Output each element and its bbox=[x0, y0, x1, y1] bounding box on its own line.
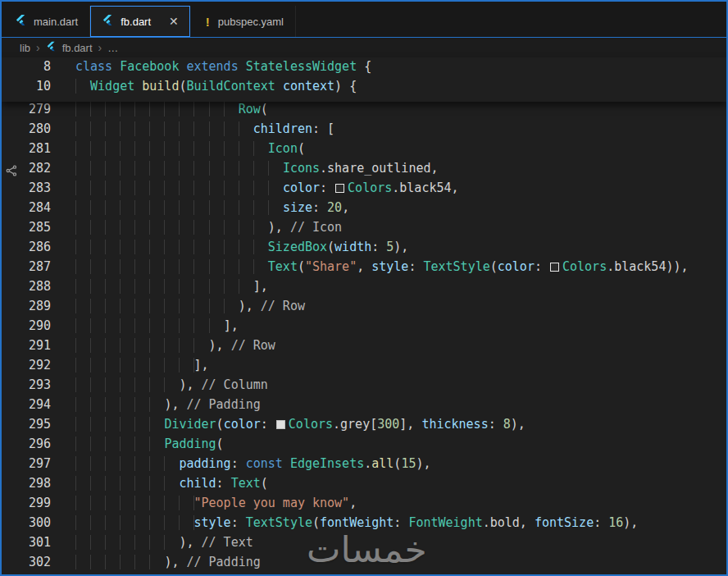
code-line[interactable]: 284 size: 20, bbox=[2, 200, 726, 220]
code-line[interactable]: 287 Text("Share", style: TextStyle(color… bbox=[2, 259, 726, 279]
code-line[interactable]: 279 Row( bbox=[2, 102, 726, 121]
line-number[interactable]: 286 bbox=[21, 240, 51, 259]
line-number[interactable]: 279 bbox=[21, 102, 51, 121]
line-number[interactable]: 294 bbox=[21, 397, 51, 417]
line-number[interactable]: 281 bbox=[21, 141, 51, 161]
line-number[interactable]: 10 bbox=[21, 79, 51, 98]
line-number[interactable]: 291 bbox=[21, 338, 51, 358]
code-token: 8 bbox=[503, 417, 511, 432]
code-text: children: [ bbox=[51, 121, 334, 141]
line-number[interactable]: 282 bbox=[21, 161, 51, 181]
code-text: class Facebook extends StatelessWidget { bbox=[51, 59, 371, 79]
code-line[interactable]: 280 children: [ bbox=[2, 121, 726, 141]
code-token: Padding bbox=[164, 437, 216, 451]
sticky-line[interactable]: 8class Facebook extends StatelessWidget … bbox=[2, 59, 726, 79]
line-number[interactable]: 283 bbox=[21, 181, 51, 200]
code-token: : bbox=[320, 181, 334, 195]
line-number[interactable]: 299 bbox=[21, 496, 51, 515]
code-token: : bbox=[312, 200, 327, 215]
gutter-glyph-margin bbox=[2, 240, 21, 259]
code-token: , bbox=[357, 259, 371, 274]
code-token: ( bbox=[298, 259, 305, 274]
line-number[interactable]: 289 bbox=[21, 299, 51, 318]
line-number[interactable]: 293 bbox=[21, 377, 51, 397]
gutter-glyph-margin bbox=[2, 59, 21, 79]
code-line[interactable]: 298 child: Text( bbox=[2, 476, 726, 496]
line-number[interactable]: 8 bbox=[21, 59, 51, 79]
code-token: SizedBox bbox=[268, 240, 327, 254]
code-line[interactable]: 290 ], bbox=[2, 318, 726, 338]
code-line[interactable]: 296 Padding( bbox=[2, 437, 726, 456]
code-text: SizedBox(width: 5), bbox=[51, 240, 408, 259]
line-number[interactable]: 288 bbox=[21, 279, 51, 299]
tab-main-dart[interactable]: main.dart bbox=[3, 6, 90, 37]
code-token: color bbox=[498, 259, 535, 274]
code-token bbox=[75, 397, 164, 412]
code-token bbox=[75, 141, 268, 156]
line-number[interactable]: 297 bbox=[21, 456, 51, 476]
line-number[interactable]: 296 bbox=[21, 437, 51, 456]
code-line[interactable]: 283 color: Colors.black54, bbox=[2, 181, 726, 200]
code-line[interactable]: 289 ), // Row bbox=[2, 299, 726, 318]
code-token: : bbox=[261, 417, 275, 432]
gutter-glyph-margin bbox=[2, 181, 21, 200]
line-number[interactable]: 285 bbox=[21, 220, 51, 240]
code-line[interactable]: 300 style: TextStyle(fontWeight: FontWei… bbox=[2, 515, 726, 535]
line-number[interactable]: 298 bbox=[21, 476, 51, 496]
code-line[interactable]: 299 "People you may know", bbox=[2, 496, 726, 515]
line-number[interactable]: 300 bbox=[21, 515, 51, 535]
code-editor[interactable]: 279 Row(280 children: [281 Icon(282 Icon… bbox=[2, 102, 726, 574]
tab-fb-dart[interactable]: fb.dart ✕ bbox=[90, 6, 190, 37]
code-line[interactable]: 282 Icons.share_outlined, bbox=[2, 161, 726, 181]
code-token: : bbox=[231, 515, 246, 530]
line-number[interactable]: 292 bbox=[21, 358, 51, 377]
color-swatch-dark[interactable] bbox=[550, 263, 559, 272]
code-line[interactable]: 301 ), // Text bbox=[2, 535, 726, 555]
code-token: ), bbox=[209, 338, 231, 353]
close-icon[interactable]: ✕ bbox=[169, 16, 179, 27]
line-number[interactable]: 280 bbox=[21, 121, 51, 141]
code-token: all bbox=[371, 456, 394, 471]
code-line[interactable]: 288 ], bbox=[2, 279, 726, 299]
code-token: : bbox=[535, 259, 549, 274]
color-swatch-grey[interactable] bbox=[276, 420, 285, 429]
code-line[interactable]: 297 padding: const EdgeInsets.all(15), bbox=[2, 456, 726, 476]
code-line[interactable]: 294 ), // Padding bbox=[2, 397, 726, 417]
line-number[interactable]: 302 bbox=[21, 555, 51, 574]
gutter-glyph-margin bbox=[2, 456, 21, 476]
code-line[interactable]: 293 ), // Column bbox=[2, 377, 726, 397]
code-line[interactable]: 285 ), // Icon bbox=[2, 220, 726, 240]
code-line[interactable]: 286 SizedBox(width: 5), bbox=[2, 240, 726, 259]
breadcrumb-item-lib[interactable]: lib bbox=[20, 42, 30, 54]
breadcrumb-item-file[interactable]: fb.dart bbox=[62, 42, 93, 54]
code-token: ( bbox=[216, 417, 224, 432]
line-number[interactable]: 287 bbox=[21, 259, 51, 279]
code-line[interactable]: 295 Divider(color: Colors.grey[300], thi… bbox=[2, 417, 726, 437]
line-number[interactable]: 290 bbox=[21, 318, 51, 338]
line-number[interactable]: 284 bbox=[21, 200, 51, 220]
tab-pubspec-yaml[interactable]: ! pubspec.yaml bbox=[193, 6, 296, 37]
code-line[interactable]: 291 ), // Row bbox=[2, 338, 726, 358]
code-token: "Share" bbox=[305, 259, 357, 274]
code-token: Icon bbox=[268, 141, 298, 156]
code-token bbox=[75, 358, 194, 373]
breadcrumb-item-ellipsis[interactable]: … bbox=[107, 42, 118, 54]
color-swatch-dark[interactable] bbox=[335, 184, 344, 193]
closing-label-comment: // Column bbox=[202, 377, 268, 392]
line-number[interactable]: 295 bbox=[21, 417, 51, 437]
code-token bbox=[75, 476, 179, 491]
code-text: ), // Padding bbox=[51, 555, 261, 574]
code-token: ), bbox=[416, 456, 430, 471]
sticky-line[interactable]: 10 Widget build(BuildContext context) { bbox=[2, 79, 726, 98]
code-line[interactable]: 302 ), // Padding bbox=[2, 555, 726, 574]
line-number[interactable]: 301 bbox=[21, 535, 51, 555]
gutter-glyph-margin bbox=[2, 496, 21, 515]
code-token bbox=[75, 279, 253, 294]
code-line[interactable]: 292 ], bbox=[2, 358, 726, 377]
share-gutter-icon[interactable] bbox=[2, 161, 21, 181]
code-token: ( bbox=[216, 437, 224, 451]
code-token bbox=[275, 79, 283, 94]
code-token: Facebook bbox=[120, 59, 179, 74]
code-line[interactable]: 281 Icon( bbox=[2, 141, 726, 161]
code-token bbox=[75, 200, 283, 215]
